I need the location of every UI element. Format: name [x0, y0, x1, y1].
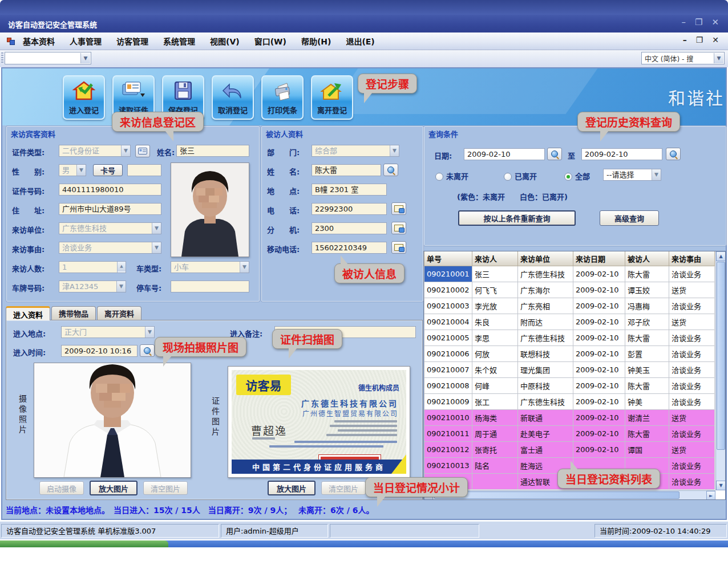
menu-item[interactable]: 帮助(H) [301, 35, 331, 47]
visited-name-field[interactable]: 陈大雷 [312, 164, 381, 176]
scroll-thumb[interactable] [717, 262, 725, 450]
radio-icon[interactable] [504, 173, 512, 181]
dial-phone-icon[interactable] [391, 202, 406, 215]
print-ticket-button[interactable]: 打印凭条 [261, 75, 304, 120]
table-row[interactable]: 090210007朱个奴理光集团2009-02-10钟美玉洽谈业务 [424, 361, 715, 377]
clear-scan-button[interactable]: 清空图片 [321, 481, 366, 495]
date-to-picker-icon[interactable] [666, 148, 681, 160]
start-camera-button[interactable]: 启动摄像 [39, 481, 84, 495]
table-row[interactable]: 090210005李思广东德生科技2009-02-10陈大雷洽谈业务 [424, 330, 715, 345]
vertical-scrollbar[interactable]: ▲ ▼ [715, 251, 725, 490]
radio-left[interactable]: 已离开 [504, 170, 537, 181]
dial-mobile-icon[interactable] [391, 241, 406, 254]
radio-all[interactable]: 全部 [564, 170, 590, 181]
close-icon[interactable]: ✕ [711, 17, 720, 27]
chevron-down-icon[interactable]: ▼ [714, 53, 723, 63]
plate-number-dropdown[interactable]: 津A12345▼ [59, 281, 126, 292]
enter-home-icon [72, 81, 95, 104]
radio-selected-icon[interactable] [564, 173, 572, 181]
date-to-field[interactable]: 2009-02-10 [581, 148, 662, 160]
visit-reason-dropdown[interactable]: 洽谈业务▼ [59, 242, 161, 254]
col-header[interactable]: 来访事由 [669, 251, 715, 266]
card-number-button[interactable]: 卡号 [93, 164, 123, 176]
table-row[interactable]: 090210011周于通赴美电子2009-02-10陈大雷洽谈业务 [424, 425, 715, 441]
table-row[interactable]: 090210012张寄托富士通2009-02-10谭国送货 [424, 441, 715, 457]
spin-up-icon[interactable]: ▲ [118, 262, 126, 271]
table-row[interactable]: 090210008何峰中原科技2009-02-10陈大雷洽谈业务 [424, 377, 715, 393]
status-select[interactable]: --请选择▼ [603, 169, 661, 181]
visit-company-dropdown[interactable]: 广东德生科技▼ [59, 222, 161, 234]
extension-field[interactable]: 2300 [312, 222, 387, 234]
advanced-query-button[interactable]: 高级查询 [600, 210, 659, 226]
entry-place-dropdown[interactable]: 正大门▼ [61, 326, 155, 338]
language-bar[interactable]: 中文 (简体) - 搜 ▼ [641, 52, 725, 64]
card-number-field[interactable] [127, 164, 161, 176]
toolbar-grip[interactable] [1, 52, 3, 64]
col-header[interactable]: 被访人 [625, 251, 669, 266]
scroll-down-icon[interactable]: ▼ [716, 481, 726, 490]
tab-carried-items[interactable]: 携带物品 [51, 306, 96, 320]
menu-item[interactable]: 退出(E) [346, 35, 374, 47]
date-from-field[interactable]: 2009-02-10 [464, 148, 545, 160]
mdi-minimize-icon[interactable]: – [683, 35, 687, 44]
mobile-field[interactable]: 15602210349 [312, 242, 387, 254]
table-row[interactable]: 090210003李光放广东亮相2009-02-10冯惠梅洽谈业务 [424, 298, 715, 314]
enlarge-photo-button[interactable]: 放大图片 [90, 481, 137, 495]
cert-type-dropdown[interactable]: 二代身份证▼ [59, 145, 131, 157]
parking-number-field[interactable] [171, 281, 249, 292]
dial-extension-icon[interactable] [391, 222, 406, 234]
mdi-close-icon[interactable]: ✕ [712, 35, 719, 44]
people-count-stepper[interactable]: 1 ▲▼ [59, 261, 126, 273]
visited-place-field[interactable]: B幢 2301 室 [312, 184, 387, 196]
department-dropdown[interactable]: 综合部▼ [312, 145, 399, 157]
enter-register-button[interactable]: 进入登记 [63, 75, 105, 120]
card-reader-icon[interactable] [135, 145, 150, 157]
windows-taskbar-edge[interactable] [0, 540, 728, 547]
search-person-icon[interactable] [383, 164, 398, 176]
radio-icon[interactable] [435, 173, 443, 181]
table-row[interactable]: 090210006何放联想科技2009-02-10彭置洽谈业务 [424, 345, 715, 361]
table-row[interactable]: 090210001张三广东德生科技2009-02-10陈大雷洽谈业务 [424, 266, 715, 282]
menu-item[interactable]: 窗口(W) [254, 35, 286, 47]
address-field[interactable]: 广州市中山大道89号 [59, 203, 161, 215]
menu-item[interactable]: 基本资料 [23, 35, 55, 47]
col-header[interactable]: 单号 [424, 251, 472, 266]
clear-photo-button[interactable]: 清空图片 [143, 481, 188, 495]
spin-down-icon[interactable]: ▼ [118, 271, 126, 273]
tab-leave-info[interactable]: 离开资料 [97, 306, 141, 320]
cert-number-field[interactable]: 4401111980010 [59, 184, 161, 196]
table-row[interactable]: 090210010杨海类新联通2009-02-10谢清兰送货 [424, 409, 715, 425]
restore-icon[interactable]: ❐ [695, 17, 703, 27]
gender-dropdown[interactable]: 男▼ [59, 164, 86, 176]
entry-time-field[interactable]: 2009-02-10 10:16 [61, 345, 137, 357]
time-picker-icon[interactable] [140, 344, 155, 357]
table-row[interactable]: 090210009张工广东德生科技2009-02-10钟美洽谈业务 [424, 393, 715, 409]
cancel-register-button[interactable]: 取消登记 [212, 75, 254, 120]
scroll-right-icon[interactable]: ► [706, 491, 715, 500]
tab-entry-info[interactable]: 进入资料 [6, 306, 50, 320]
chevron-down-icon[interactable]: ▼ [80, 53, 90, 63]
table-row[interactable]: 090210004朱良附而达2009-02-10邓子欣送货 [424, 314, 715, 330]
quick-search-combobox[interactable]: ▼ [5, 52, 91, 64]
vehicle-type-dropdown[interactable]: 小车▼ [171, 261, 249, 273]
radio-not-left[interactable]: 未离开 [435, 170, 468, 181]
hscroll-thumb[interactable] [434, 491, 680, 499]
col-header[interactable]: 来访日期 [573, 251, 625, 266]
col-header[interactable]: 来访单位 [518, 251, 573, 266]
date-from-picker-icon[interactable] [547, 148, 562, 160]
menu-item[interactable]: 系统管理 [163, 35, 195, 47]
menu-item[interactable]: 人事管理 [70, 35, 102, 47]
mdi-restore-icon[interactable]: ❐ [696, 35, 703, 44]
col-header[interactable]: 来访人 [472, 251, 518, 266]
visitor-name-field[interactable]: 张三 [176, 145, 249, 157]
phone-field[interactable]: 22992300 [312, 203, 387, 215]
requery-button[interactable]: 按以上条件重新查询 [458, 210, 576, 226]
leave-register-button[interactable]: 离开登记 [311, 75, 353, 120]
enlarge-scan-button[interactable]: 放大图片 [268, 481, 316, 495]
start-button-edge[interactable] [0, 540, 168, 547]
menu-item[interactable]: 视图(V) [210, 35, 240, 47]
menu-item[interactable]: 访客管理 [116, 35, 148, 47]
scroll-up-icon[interactable]: ▲ [716, 251, 726, 261]
table-row[interactable]: 090210002何飞飞广东海尔2009-02-10谭玉姣送货 [424, 282, 715, 298]
minimize-icon[interactable]: – [681, 17, 687, 27]
